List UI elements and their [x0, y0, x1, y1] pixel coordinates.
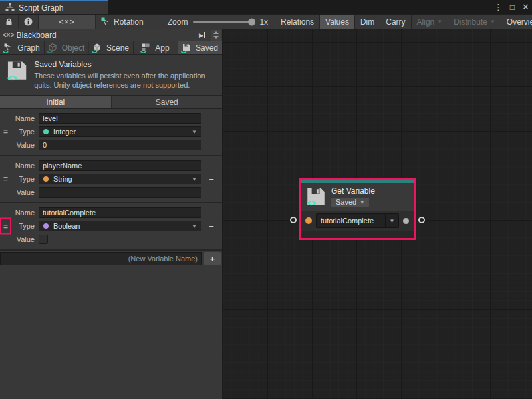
app-variables-icon: <>: [142, 43, 152, 53]
window-tab-bar: Script Graph ⋮ □ ✕: [0, 0, 532, 14]
drag-handle-icon[interactable]: =: [3, 175, 8, 183]
variable-value-checkbox[interactable]: [39, 235, 48, 244]
type-color-dot: [43, 176, 49, 182]
type-color-dot: [43, 223, 49, 229]
caret-down-icon: ▼: [192, 223, 197, 229]
drag-handle-icon[interactable]: =: [3, 128, 8, 136]
align-button: Align ▼: [411, 15, 448, 29]
tab-saved[interactable]: <> Saved: [178, 41, 222, 54]
carry-button[interactable]: Carry: [380, 15, 410, 29]
arrow-up-icon[interactable]: [213, 31, 219, 34]
add-variable-button[interactable]: +: [204, 252, 221, 265]
node-header[interactable]: <> Get Variable Saved ▼: [301, 183, 414, 211]
remove-variable-button[interactable]: −: [205, 221, 218, 231]
zoom-level: 1x: [259, 17, 268, 27]
caret-down-icon: ▼: [192, 129, 197, 135]
blackboard-panel: <×> Blackboard ▶ <> Graph <> Object: [0, 29, 223, 399]
blackboard-icon: <×>: [3, 31, 15, 39]
dim-button[interactable]: Dim: [354, 15, 380, 29]
info-button[interactable]: [19, 15, 39, 29]
caret-down-icon: ▼: [490, 19, 495, 25]
subtab-saved[interactable]: Saved: [112, 96, 223, 108]
remove-variable-button[interactable]: −: [205, 174, 218, 184]
variable-group-playerName: Name = Type String ▼ − Value: [0, 156, 222, 203]
saved-variables-icon: <>: [182, 43, 192, 53]
info-description: These variables will persist even after …: [34, 71, 217, 90]
rotation-button[interactable]: Rotation: [96, 15, 149, 29]
variable-type-dropdown[interactable]: Integer ▼: [39, 126, 201, 137]
info-title: Saved Variables: [34, 60, 217, 69]
name-label: Name: [0, 162, 39, 170]
new-variable-input[interactable]: [0, 252, 202, 265]
close-icon[interactable]: ✕: [522, 3, 529, 11]
name-label: Name: [0, 209, 39, 217]
node-body: tutorialComplete ▼: [301, 211, 414, 231]
tab-app[interactable]: <> App: [134, 41, 178, 54]
drag-handle-icon[interactable]: =: [3, 222, 8, 231]
script-graph-icon: [5, 3, 15, 12]
left-connection-port[interactable]: [290, 217, 297, 223]
saved-variables-info: <> Saved Variables These variables will …: [0, 55, 222, 96]
node-footer: [301, 231, 414, 238]
lock-button[interactable]: [0, 15, 19, 29]
rotation-icon: [101, 17, 110, 26]
info-icon: [24, 17, 33, 26]
dock-button[interactable]: ▶: [197, 32, 207, 39]
caret-down-icon: ▼: [360, 200, 364, 205]
value-label: Value: [0, 235, 39, 243]
blackboard-header: <×> Blackboard ▶: [0, 29, 222, 41]
variable-type-dropdown[interactable]: String ▼: [39, 174, 201, 184]
window-title: Script Graph: [19, 3, 63, 13]
overview-button[interactable]: Overview: [501, 15, 532, 29]
svg-text:<>: <>: [307, 199, 316, 207]
scroll-spinner[interactable]: [211, 30, 221, 41]
tab-graph[interactable]: <> Graph: [0, 41, 45, 54]
floppy-disk-icon: <>: [7, 60, 27, 82]
variable-scope-tabs: <> Graph <> Object <> Scene <> App: [0, 41, 222, 55]
zoom-control: Zoom 1x: [161, 15, 275, 29]
variable-select-dropdown[interactable]: tutorialComplete ▼: [316, 213, 399, 228]
floppy-disk-icon: <>: [306, 187, 326, 207]
get-variable-node[interactable]: <> Get Variable Saved ▼ tutorialComplete…: [299, 178, 416, 240]
tutorial-highlight-box: =: [0, 218, 11, 235]
caret-down-icon[interactable]: ▼: [386, 213, 399, 228]
tab-scene[interactable]: <> Scene: [89, 41, 134, 54]
name-label: Name: [0, 114, 39, 122]
dock-icon: ▶: [199, 32, 203, 39]
zoom-slider[interactable]: [193, 21, 254, 23]
distribute-button: Distribute ▼: [448, 15, 501, 29]
kebab-menu-icon[interactable]: ⋮: [494, 3, 503, 11]
variable-name-input[interactable]: [39, 207, 201, 218]
variable-value-input[interactable]: [39, 187, 201, 198]
values-button[interactable]: Values: [319, 15, 354, 29]
code-view-toggle[interactable]: <×>: [39, 15, 96, 29]
tab-object: <> Object: [45, 41, 89, 54]
variable-value-input[interactable]: [39, 140, 201, 150]
variable-name-input[interactable]: [39, 160, 201, 171]
name-input-port[interactable]: [305, 217, 312, 224]
saved-mode-tabs: Initial Saved: [0, 96, 222, 109]
caret-down-icon: ▼: [192, 176, 197, 182]
maximize-icon[interactable]: □: [510, 3, 515, 11]
graph-canvas[interactable]: <> Get Variable Saved ▼ tutorialComplete…: [223, 29, 532, 399]
zoom-slider-handle[interactable]: [248, 18, 255, 25]
value-output-port[interactable]: [403, 218, 409, 224]
scene-variables-icon: <>: [93, 43, 103, 53]
graph-variables-icon: <>: [4, 43, 14, 53]
variable-group-tutorialComplete: Name = Type Boolean ▼ − Value: [0, 203, 222, 251]
arrow-down-icon[interactable]: [213, 36, 219, 39]
variable-type-dropdown[interactable]: Boolean ▼: [39, 221, 201, 231]
right-connection-port[interactable]: [418, 217, 425, 223]
subtab-initial[interactable]: Initial: [0, 96, 112, 108]
variable-name-input[interactable]: [39, 113, 201, 124]
relations-button[interactable]: Relations: [275, 15, 319, 29]
rotation-label: Rotation: [114, 17, 144, 27]
tab-script-graph[interactable]: Script Graph: [0, 0, 108, 14]
lock-icon: [5, 18, 13, 26]
variable-kind-dropdown[interactable]: Saved ▼: [331, 198, 369, 207]
remove-variable-button[interactable]: −: [205, 127, 218, 137]
type-color-dot: [43, 129, 49, 134]
code-icon: <×>: [59, 17, 74, 27]
new-variable-row: +: [0, 252, 222, 265]
caret-down-icon: ▼: [437, 19, 442, 25]
